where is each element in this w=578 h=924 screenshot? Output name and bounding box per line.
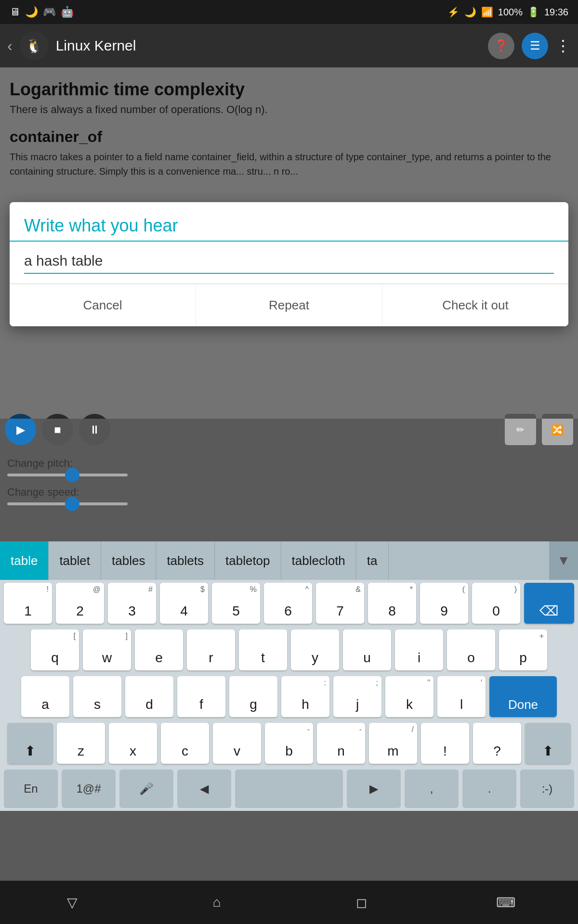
autocomplete-word-1[interactable]: tablet: [49, 541, 101, 580]
autocomplete-word-3[interactable]: tablets: [156, 541, 215, 580]
moon2-icon: 🌙: [464, 6, 476, 18]
key-v[interactable]: v: [213, 723, 261, 764]
help-icon: ❓: [494, 39, 509, 52]
speed-slider-track[interactable]: [7, 502, 128, 505]
main-content: Logarithmic time complexity There is alw…: [0, 67, 578, 419]
arrow-left-key[interactable]: ◀: [177, 770, 231, 808]
android-icon: 🤖: [61, 6, 74, 18]
space-key[interactable]: [235, 770, 343, 808]
key-d[interactable]: d: [125, 676, 173, 717]
back-button[interactable]: ‹: [7, 37, 13, 55]
key-exclaim[interactable]: !: [421, 723, 469, 764]
done-key[interactable]: Done: [489, 676, 557, 717]
key-7[interactable]: &7: [316, 583, 364, 624]
emoticon-key[interactable]: :-): [520, 770, 574, 808]
gamepad-icon: 🎮: [43, 6, 56, 18]
autocomplete-word-0[interactable]: table: [0, 541, 49, 580]
keyboard-bottom-row: En 1@# 🎤 ◀ ▶ , . :-): [0, 767, 578, 811]
key-question[interactable]: ?: [473, 723, 521, 764]
comma-key[interactable]: ,: [405, 770, 459, 808]
key-p[interactable]: +p: [499, 629, 547, 670]
pitch-slider-track[interactable]: [7, 474, 128, 476]
dialog: Write what you hear Cancel Repeat Check …: [10, 202, 568, 326]
nav-action-icons: ❓ ☰ ⋮: [488, 33, 571, 59]
speed-label: Change speed:: [7, 486, 571, 499]
key-w[interactable]: ]w: [83, 629, 131, 670]
key-6[interactable]: ^6: [264, 583, 312, 624]
check-it-out-button[interactable]: Check it out: [382, 284, 568, 326]
home-nav-button[interactable]: ⌂: [202, 888, 231, 917]
status-right-icons: ⚡ 🌙 📶 100% 🔋 19:36: [447, 6, 568, 18]
bluetooth-icon: ⚡: [447, 6, 460, 18]
key-g[interactable]: g: [229, 676, 277, 717]
key-y[interactable]: y: [291, 629, 339, 670]
key-i[interactable]: i: [395, 629, 443, 670]
arrow-right-key[interactable]: ▶: [347, 770, 401, 808]
keyboard-row-asdf: a s d f g :h ;j "k 'l Done: [0, 673, 578, 720]
key-0[interactable]: )0: [472, 583, 520, 624]
autocomplete-word-5[interactable]: tablecloth: [281, 541, 356, 580]
key-r[interactable]: r: [187, 629, 235, 670]
key-5[interactable]: %5: [212, 583, 260, 624]
language-key[interactable]: En: [4, 770, 58, 808]
status-left-icons: 🖥 🌙 🎮 🤖: [10, 6, 74, 18]
key-8[interactable]: *8: [368, 583, 416, 624]
app-logo: 🐧: [20, 31, 49, 60]
key-s[interactable]: s: [73, 676, 121, 717]
key-x[interactable]: x: [109, 723, 157, 764]
key-1[interactable]: !1: [4, 583, 52, 624]
screen-icon: 🖥: [10, 6, 20, 18]
expand-autocomplete-button[interactable]: ▼: [549, 541, 578, 580]
key-h[interactable]: :h: [281, 676, 329, 717]
key-o[interactable]: o: [447, 629, 495, 670]
autocomplete-word-2[interactable]: tables: [101, 541, 156, 580]
key-3[interactable]: #3: [108, 583, 156, 624]
num-symbol-key[interactable]: 1@#: [62, 770, 116, 808]
key-q[interactable]: [q: [31, 629, 79, 670]
key-4[interactable]: $4: [160, 583, 208, 624]
key-2[interactable]: @2: [56, 583, 104, 624]
key-l[interactable]: 'l: [437, 676, 486, 717]
help-list-icon[interactable]: ❓: [488, 33, 514, 59]
bottom-nav: ▽ ⌂ ◻ ⌨: [0, 881, 578, 924]
recents-nav-button[interactable]: ◻: [347, 888, 376, 917]
pitch-speed-section: Change pitch: Change speed:: [0, 457, 578, 515]
cancel-button[interactable]: Cancel: [10, 284, 196, 326]
key-f[interactable]: f: [177, 676, 225, 717]
period-key[interactable]: .: [462, 770, 516, 808]
keyboard: !1 @2 #3 $4 %5 ^6 &7 *8 (9 )0 ⌫ [q ]w e …: [0, 580, 578, 811]
autocomplete-word-4[interactable]: tabletop: [215, 541, 281, 580]
key-u[interactable]: u: [343, 629, 391, 670]
answer-input[interactable]: [24, 249, 554, 274]
key-t[interactable]: t: [239, 629, 287, 670]
key-k[interactable]: "k: [385, 676, 434, 717]
shift-key-right[interactable]: ⬆: [525, 723, 571, 764]
dialog-title: Write what you hear: [24, 216, 554, 236]
shift-key[interactable]: ⬆: [7, 723, 53, 764]
key-n[interactable]: -n: [317, 723, 365, 764]
mic-key[interactable]: 🎤: [119, 770, 173, 808]
back-nav-button[interactable]: ▽: [58, 888, 87, 917]
backspace-key[interactable]: ⌫: [524, 583, 574, 624]
key-m[interactable]: /m: [369, 723, 417, 764]
key-a[interactable]: a: [21, 676, 69, 717]
autocomplete-word-6[interactable]: ta: [356, 541, 389, 580]
speed-slider-thumb[interactable]: [65, 497, 79, 511]
dialog-header: Write what you hear: [10, 202, 568, 242]
pitch-slider-thumb[interactable]: [65, 468, 79, 482]
list-icon[interactable]: ☰: [522, 33, 548, 59]
key-e[interactable]: e: [135, 629, 183, 670]
keyboard-row-zxcv: ⬆ z x c v -b -n /m ! ? ⬆: [0, 720, 578, 767]
key-c[interactable]: c: [161, 723, 209, 764]
key-9[interactable]: (9: [420, 583, 468, 624]
key-b[interactable]: -b: [265, 723, 313, 764]
key-z[interactable]: z: [57, 723, 105, 764]
repeat-button[interactable]: Repeat: [196, 284, 382, 326]
battery-text: 100%: [498, 7, 523, 18]
keyboard-nav-button[interactable]: ⌨: [491, 888, 520, 917]
key-j[interactable]: ;j: [333, 676, 381, 717]
keyboard-row-numbers: !1 @2 #3 $4 %5 ^6 &7 *8 (9 )0 ⌫: [0, 580, 578, 627]
logo-emoji: 🐧: [26, 38, 42, 54]
more-options-button[interactable]: ⋮: [555, 37, 571, 55]
nav-title: Linux Kernel: [56, 38, 481, 54]
